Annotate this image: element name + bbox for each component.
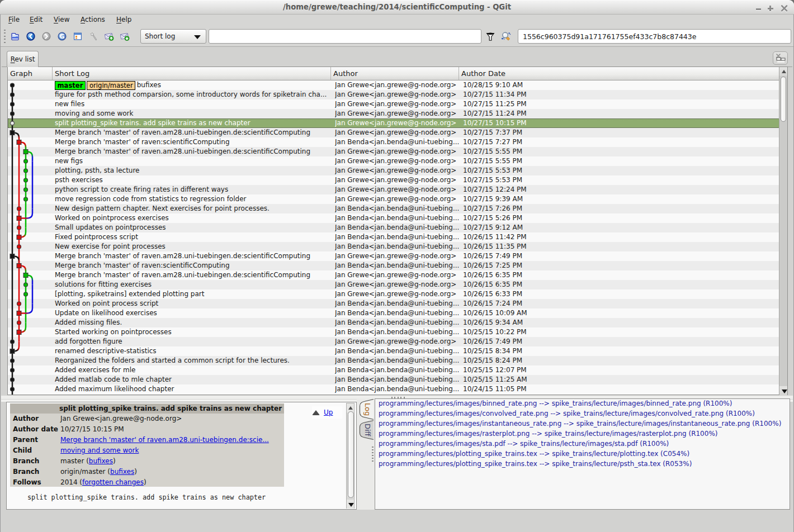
- file-list-item[interactable]: programming/lectures/images/sta.pdf --> …: [379, 440, 669, 448]
- toolbar-drag-handle[interactable]: [4, 30, 6, 45]
- file-list-item[interactable]: programming/lectures/images/binned_rate.…: [379, 400, 732, 407]
- table-row[interactable]: Merge branch 'master' of raven.am28.uni-…: [8, 128, 779, 137]
- tab-diff[interactable]: Diff: [357, 420, 374, 440]
- scrollbar-thumb[interactable]: [781, 77, 787, 122]
- file-list-item[interactable]: programming/lectures/images/convolved_ra…: [379, 410, 755, 417]
- sha-input[interactable]: [518, 29, 791, 44]
- scroll-up-button[interactable]: [779, 67, 787, 76]
- cell-short-log: Update on likelihood exercises: [55, 308, 331, 318]
- table-row[interactable]: new filesJan Grewe<jan.grewe@g-node.org>…: [8, 99, 779, 109]
- view-select[interactable]: Short log: [140, 29, 206, 44]
- file-list-item[interactable]: programming/lectures/images/instantaneou…: [379, 420, 781, 428]
- tab-log[interactable]: Log: [357, 399, 374, 420]
- cell-short-log: Added exercises for mle: [55, 365, 331, 375]
- table-row[interactable]: Merge branch 'master' of raven:scientifi…: [8, 261, 779, 270]
- column-header-short-log[interactable]: Short Log: [53, 67, 331, 80]
- table-row[interactable]: Added missing files.Jan Benda<jan.benda@…: [8, 318, 779, 327]
- file-list-item[interactable]: programming/lectures/plotting_spike_trai…: [379, 450, 689, 458]
- table-row[interactable]: Worked on pointprocess exercisesJan Bend…: [8, 213, 779, 223]
- cell-author: Jan Benda<jan.benda@uni-tuebing...: [335, 261, 461, 270]
- table-row[interactable]: Added maximum likelihood chapterJan Bend…: [8, 384, 779, 394]
- table-row[interactable]: Small updates on pointprocessesJan Benda…: [8, 223, 779, 232]
- detail-link[interactable]: forgotten changes: [82, 478, 144, 486]
- detail-scroll-down[interactable]: [347, 500, 354, 509]
- menu-file[interactable]: File: [8, 16, 20, 27]
- apply-patch-icon[interactable]: [120, 32, 129, 41]
- scroll-down-button[interactable]: [779, 386, 787, 395]
- table-row[interactable]: Fixed pointprocess scriptJan Benda<jan.b…: [8, 232, 779, 242]
- file-list-item[interactable]: programming/lectures/plotting_spike_trai…: [379, 460, 692, 468]
- table-row[interactable]: masterorigin/masterbufixesJan Grewe<jan.…: [8, 80, 779, 90]
- table-row[interactable]: add forgotten figureJan Grewe<jan.grewe@…: [8, 337, 779, 346]
- detail-scrollbar-thumb[interactable]: [348, 411, 354, 498]
- close-button[interactable]: [780, 2, 789, 14]
- vertical-splitter[interactable]: [372, 446, 374, 463]
- view-layout-icon[interactable]: [73, 32, 82, 41]
- table-row[interactable]: [plotting, spiketrains] extended plottin…: [8, 289, 779, 299]
- detail-link[interactable]: Merge branch 'master' of raven.am28.uni-…: [60, 436, 269, 444]
- table-row[interactable]: move regression code from statistics to …: [8, 194, 779, 204]
- forward-icon[interactable]: [42, 32, 51, 41]
- detail-scrollbar[interactable]: [346, 403, 355, 509]
- qgit-home-icon[interactable]: G: [58, 32, 67, 41]
- cell-author-date: 10/26/15 11:35 PM: [463, 242, 779, 251]
- search-input[interactable]: [209, 29, 481, 44]
- cell-author-date: 10/26/15 6:35 PM: [463, 270, 779, 280]
- menu-edit[interactable]: Edit: [30, 16, 42, 27]
- menu-view[interactable]: View: [54, 16, 69, 27]
- detail-link[interactable]: moving and some work: [60, 446, 139, 454]
- toggle-view-button[interactable]: [773, 51, 788, 65]
- detail-link[interactable]: bufixes: [89, 457, 113, 465]
- rev-list-scrollbar[interactable]: [779, 67, 787, 395]
- column-header-graph[interactable]: Graph: [8, 67, 53, 80]
- table-row[interactable]: figure for psth method comparsion, some …: [8, 90, 779, 99]
- table-row[interactable]: Started working on pointprocessesJan Ben…: [8, 327, 779, 337]
- cell-author-date: 10/27/15 7:26 PM: [463, 204, 779, 213]
- table-row[interactable]: Merge branch 'master' of raven:scientifi…: [8, 137, 779, 147]
- table-row[interactable]: New exercise for point processesJan Bend…: [8, 242, 779, 251]
- minimize-button[interactable]: [753, 2, 762, 14]
- maximize-button[interactable]: [766, 2, 775, 14]
- table-row[interactable]: Added exercises for mleJan Benda<jan.ben…: [8, 365, 779, 375]
- table-row[interactable]: new figsJan Grewe<jan.grewe@g-node.org>1…: [8, 156, 779, 166]
- up-link-box[interactable]: Up: [312, 406, 342, 419]
- table-row[interactable]: plotting, psth, sta lectureJan Grewe<jan…: [8, 166, 779, 175]
- table-row[interactable]: python script to create firing rates in …: [8, 185, 779, 194]
- up-link[interactable]: Up: [324, 408, 333, 416]
- table-row[interactable]: solutions for fitting exercisesJan Grewe…: [8, 280, 779, 289]
- detail-link[interactable]: bufixes: [110, 468, 134, 476]
- column-header-author-date[interactable]: Author Date: [459, 67, 779, 80]
- save-patch-icon[interactable]: [105, 32, 114, 41]
- back-icon[interactable]: [26, 32, 35, 41]
- commit-graph: [8, 80, 53, 395]
- table-row[interactable]: Reorganized the folders and started a co…: [8, 356, 779, 365]
- cell-author: Jan Benda<jan.benda@uni-tuebing...: [335, 213, 461, 223]
- menu-help[interactable]: Help: [116, 16, 131, 27]
- cell-author-date: 10/27/15 5:55 PM: [463, 156, 779, 166]
- title-bar[interactable]: /home/grewe/teaching/2014/scientificComp…: [0, 0, 794, 15]
- table-row[interactable]: Merge branch 'master' of raven.am28.uni-…: [8, 270, 779, 280]
- table-row[interactable]: Merge branch 'master' of raven.am28.uni-…: [8, 251, 779, 261]
- open-folder-icon[interactable]: [11, 32, 20, 41]
- cell-author-date: 10/28/15 9:10 AM: [463, 80, 779, 90]
- table-row[interactable]: split plotting_spike trains. add spike t…: [8, 118, 779, 128]
- tab-rev-list[interactable]: Rev list: [7, 51, 39, 67]
- detail-value: Merge branch 'master' of raven.am28.uni-…: [60, 435, 269, 445]
- table-row[interactable]: Worked on point process scriptJan Benda<…: [8, 299, 779, 308]
- table-row[interactable]: Added matlab code to mle chapterJan Bend…: [8, 375, 779, 384]
- wand-icon[interactable]: [89, 32, 98, 41]
- detail-label: Author: [13, 414, 39, 424]
- table-row[interactable]: renamed descriptive-statisticsJan Benda<…: [8, 346, 779, 356]
- column-header-author[interactable]: Author: [331, 67, 459, 80]
- file-list-item[interactable]: programming/lectures/images/rasterplot.p…: [379, 430, 717, 438]
- table-row[interactable]: Merge branch 'master' of raven.am28.uni-…: [8, 147, 779, 156]
- menu-actions[interactable]: Actions: [81, 16, 105, 27]
- table-row[interactable]: moving and some workJan Grewe<jan.grewe@…: [8, 109, 779, 118]
- cell-author: Jan Benda<jan.benda@uni-tuebing...: [335, 308, 461, 318]
- svg-text:G: G: [59, 33, 64, 40]
- cell-author: Jan Grewe<jan.grewe@g-node.org>: [335, 289, 461, 299]
- table-row[interactable]: New design pattern chapter. Next exercis…: [8, 204, 779, 213]
- table-row[interactable]: psth exercisesJan Grewe<jan.grewe@g-node…: [8, 175, 779, 185]
- table-row[interactable]: Update on likelihood exercisesJan Benda<…: [8, 308, 779, 318]
- detail-label: Follows: [13, 477, 41, 488]
